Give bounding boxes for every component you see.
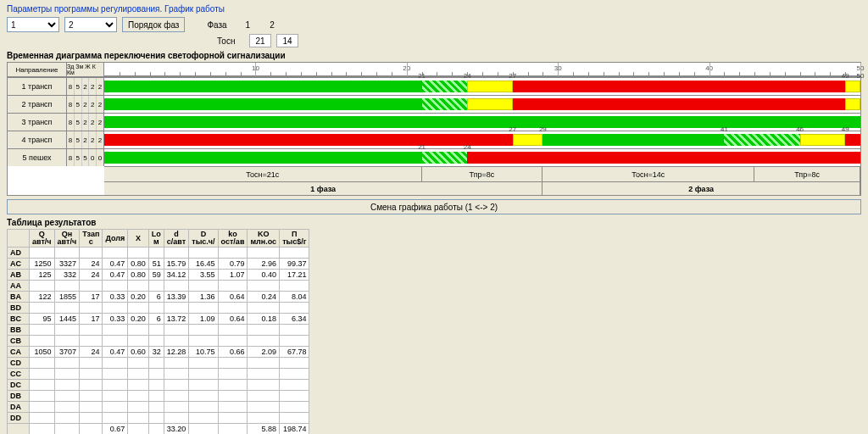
direction-label: 5 пешех bbox=[8, 149, 67, 166]
phase-select-b[interactable]: 2 bbox=[64, 17, 117, 32]
phase-label: Фаза bbox=[207, 20, 234, 30]
results-title: Таблица результатов bbox=[7, 218, 861, 227]
phase-col-1: 1 bbox=[236, 20, 259, 30]
table-totals: 0.6733.205.88198.74 bbox=[8, 424, 309, 435]
bar-track: 2124274950 bbox=[104, 78, 860, 95]
table-row: DA bbox=[8, 402, 309, 413]
table-row: AA bbox=[8, 281, 309, 292]
table-row: CD bbox=[8, 358, 309, 369]
page-title: Параметры программы регулирования. Графи… bbox=[7, 3, 861, 17]
table-row: CA10503707240.470.603212.2810.750.662.09… bbox=[8, 347, 309, 358]
direction-label: 1 трансп bbox=[8, 78, 67, 95]
col-params: Зд Зм Ж К Км bbox=[67, 63, 104, 76]
direction-label: 2 трансп bbox=[8, 96, 67, 113]
table-row: DB bbox=[8, 391, 309, 402]
table-row: BC951445170.330.20613.721.090.640.186.34 bbox=[8, 314, 309, 325]
tosn-label: Тосн bbox=[217, 36, 244, 46]
table-row: AC12503327240.470.805115.7916.450.792.96… bbox=[8, 259, 309, 270]
direction-label: 3 трансп bbox=[8, 114, 67, 131]
bar-track bbox=[104, 96, 860, 113]
table-row: BD bbox=[8, 303, 309, 314]
order-phases-button[interactable]: Порядок фаз bbox=[122, 17, 185, 32]
table-row: CC bbox=[8, 369, 309, 380]
bar-track: 2124 bbox=[104, 149, 860, 166]
tosn-value-2[interactable]: 14 bbox=[276, 34, 298, 47]
table-row: CB bbox=[8, 336, 309, 347]
bar-track: 2729414649 bbox=[104, 131, 860, 148]
table-row: DD bbox=[8, 413, 309, 424]
table-row: BB bbox=[8, 325, 309, 336]
direction-label: 4 трансп bbox=[8, 131, 67, 148]
timing-diagram: Направление Зд Зм Ж К Км 1020304050 1 тр… bbox=[7, 62, 861, 196]
swap-schedule-button[interactable]: Смена графика работы (1 <-> 2) bbox=[7, 199, 861, 214]
diagram-title: Временная диаграмма переключения светофо… bbox=[7, 51, 861, 60]
table-row: DC bbox=[8, 380, 309, 391]
table-row: AD bbox=[8, 248, 309, 259]
phase-select-a[interactable]: 1 bbox=[7, 17, 59, 32]
results-table: Qавт/чQнавт/чТзапсДоляXLoмdс/автDтыс.ч/k… bbox=[7, 229, 309, 434]
table-row: AB125332240.470.805934.123.551.070.4017.… bbox=[8, 270, 309, 281]
tosn-value-1[interactable]: 21 bbox=[249, 34, 271, 47]
bar-track bbox=[104, 114, 860, 131]
table-row: BA1221855170.330.20613.391.360.640.248.0… bbox=[8, 292, 309, 303]
phase-col-2: 2 bbox=[261, 20, 283, 30]
col-direction: Направление bbox=[8, 63, 67, 76]
